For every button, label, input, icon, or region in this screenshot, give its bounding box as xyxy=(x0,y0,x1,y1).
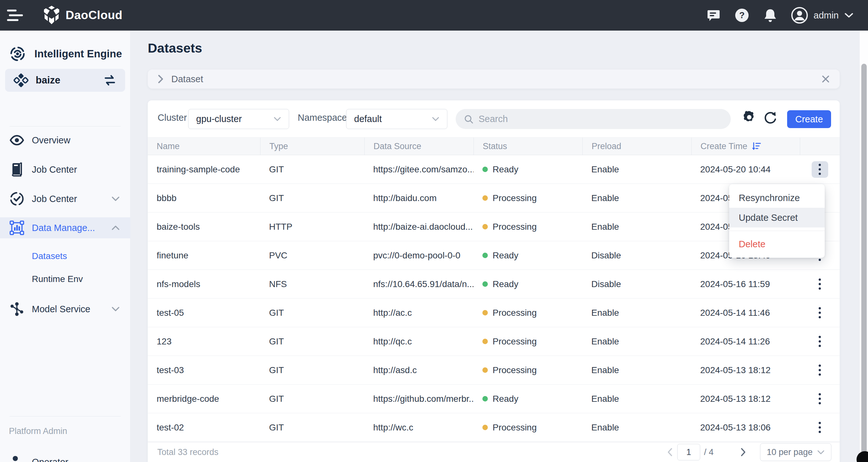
column-header-create-time[interactable]: Create Time xyxy=(691,138,800,155)
sidebar-item-job-center[interactable]: Job Center xyxy=(0,189,130,209)
user-menu[interactable]: admin xyxy=(791,7,854,24)
cell-status: Ready xyxy=(473,241,582,269)
status-dot xyxy=(483,367,488,373)
bell-icon xyxy=(763,8,777,23)
row-actions-button[interactable] xyxy=(812,333,828,350)
sidebar-item-datasets[interactable]: Datasets xyxy=(32,251,67,261)
cell-preload: Enable xyxy=(582,212,691,241)
chat-icon xyxy=(707,8,720,22)
sidebar-item-label: Job Center xyxy=(32,194,77,204)
row-actions-menu: Resynchronize Update Secret Delete xyxy=(729,184,825,258)
sidebar-item-label: Data Manage... xyxy=(32,223,95,233)
sidebar-item-overview[interactable]: Overview xyxy=(0,130,130,150)
data-management-icon xyxy=(9,221,24,235)
cell-status: Ready xyxy=(473,384,582,413)
table-row: 123GIThttp://qc.cProcessingEnable2024-05… xyxy=(148,327,840,356)
column-header-type[interactable]: Type xyxy=(260,138,364,155)
column-header-preload[interactable]: Preload xyxy=(582,138,691,155)
divider xyxy=(9,126,121,126)
cell-preload: Disable xyxy=(582,270,691,298)
eye-icon xyxy=(9,135,24,146)
settings-gear-button[interactable] xyxy=(742,110,756,124)
scrollbar-track[interactable] xyxy=(860,31,868,462)
table-footer: Total 33 records / 4 10 per page xyxy=(148,442,840,462)
row-actions-button[interactable] xyxy=(812,276,828,292)
platform-admin-label: Platform Admin xyxy=(9,426,67,436)
cell-preload: Enable xyxy=(582,384,691,413)
dataset-collapse-panel[interactable]: Dataset xyxy=(148,69,840,89)
sidebar-item-runtime-env[interactable]: Runtime Env xyxy=(32,274,83,284)
help-icon: ? xyxy=(735,8,749,23)
sidebar-item-data-management[interactable]: Data Manage... xyxy=(0,217,130,238)
status-dot xyxy=(483,195,488,201)
cell-status: Processing xyxy=(473,212,582,241)
create-button[interactable]: Create xyxy=(787,110,831,128)
cell-data-source: http://baize-ai.daocloud.... xyxy=(364,212,473,241)
sidebar-item-model-service[interactable]: Model Service xyxy=(0,299,130,319)
corner-widget[interactable] xyxy=(857,451,868,462)
table-row: merbridge-codeGIThttps://github.com/merb… xyxy=(148,384,840,413)
chevron-down-icon xyxy=(817,450,825,455)
cell-create-time: 2024-05-13 18:12 xyxy=(691,356,800,384)
workspace-selector[interactable]: baize xyxy=(5,69,125,92)
column-header-data-source[interactable]: Data Source xyxy=(364,138,473,155)
menu-item-resynchronize[interactable]: Resynchronize xyxy=(729,188,825,208)
help-button[interactable]: ? xyxy=(735,8,749,23)
brand-logo[interactable]: DaoCloud xyxy=(43,5,123,26)
messages-button[interactable] xyxy=(707,8,720,22)
cell-type: HTTP xyxy=(260,212,364,241)
row-actions-button[interactable] xyxy=(812,419,828,436)
column-header-label: Create Time xyxy=(701,142,747,151)
status-dot xyxy=(483,281,488,287)
table-row: nfs-modelsNFSnfs://10.64.65.91/data/n...… xyxy=(148,270,840,298)
next-page-icon[interactable] xyxy=(736,447,750,457)
sort-descending-icon[interactable] xyxy=(752,142,761,151)
hamburger-menu-icon[interactable] xyxy=(7,6,29,25)
cell-create-time: 2024-05-13 18:12 xyxy=(691,384,800,413)
cell-name: nfs-models xyxy=(148,270,260,298)
cell-name: bbbb xyxy=(148,184,260,212)
scrollbar-thumb[interactable] xyxy=(861,64,867,462)
close-icon[interactable] xyxy=(821,75,830,84)
cell-preload: Enable xyxy=(582,413,691,442)
row-actions-button[interactable] xyxy=(812,391,828,407)
search-input[interactable] xyxy=(478,114,702,124)
row-actions-button[interactable] xyxy=(812,362,828,378)
previous-page-icon[interactable] xyxy=(662,447,677,457)
cell-data-source: https://github.com/merbr... xyxy=(364,384,473,413)
status-text: Ready xyxy=(493,279,518,289)
menu-item-delete[interactable]: Delete xyxy=(729,234,825,254)
collapse-panel-label: Dataset xyxy=(171,74,203,84)
status-dot xyxy=(483,224,488,229)
cell-type: GIT xyxy=(260,384,364,413)
notifications-button[interactable] xyxy=(763,8,777,23)
cluster-select[interactable]: gpu-cluster xyxy=(188,109,289,129)
cell-create-time: 2024-05-16 11:59 xyxy=(691,270,800,298)
cell-create-time: 2024-05-14 11:26 xyxy=(691,327,800,355)
cell-name: training-sample-code xyxy=(148,155,260,183)
cell-type: GIT xyxy=(260,155,364,183)
namespace-select[interactable]: default xyxy=(346,109,447,129)
row-actions-button[interactable] xyxy=(812,305,828,321)
per-page-select[interactable]: 10 per page xyxy=(760,443,831,461)
menu-item-update-secret[interactable]: Update Secret xyxy=(729,208,825,228)
sidebar-item-operator[interactable]: Operator xyxy=(0,452,130,462)
column-header-status[interactable]: Status xyxy=(473,138,582,155)
refresh-button[interactable] xyxy=(763,110,778,124)
cell-name: merbridge-code xyxy=(148,384,260,413)
column-header-name[interactable]: Name xyxy=(148,138,260,155)
pagination: / 4 10 per page xyxy=(662,443,831,461)
chevron-down-icon xyxy=(432,117,439,121)
cell-data-source: nfs://10.64.65.91/data/n... xyxy=(364,270,473,298)
row-actions-button[interactable] xyxy=(812,161,828,178)
page-count: / 4 xyxy=(704,447,714,457)
cell-preload: Enable xyxy=(582,327,691,355)
sidebar-item-notebooks[interactable]: Job Center xyxy=(0,159,130,180)
cell-name: finetune xyxy=(148,241,260,269)
switch-workspace-icon[interactable] xyxy=(103,74,117,86)
cell-preload: Enable xyxy=(582,155,691,183)
page-number-input[interactable] xyxy=(677,444,700,460)
table-row: training-sample-codeGIThttps://gitee.com… xyxy=(148,155,840,184)
cell-type: GIT xyxy=(260,327,364,355)
book-icon xyxy=(9,163,24,176)
